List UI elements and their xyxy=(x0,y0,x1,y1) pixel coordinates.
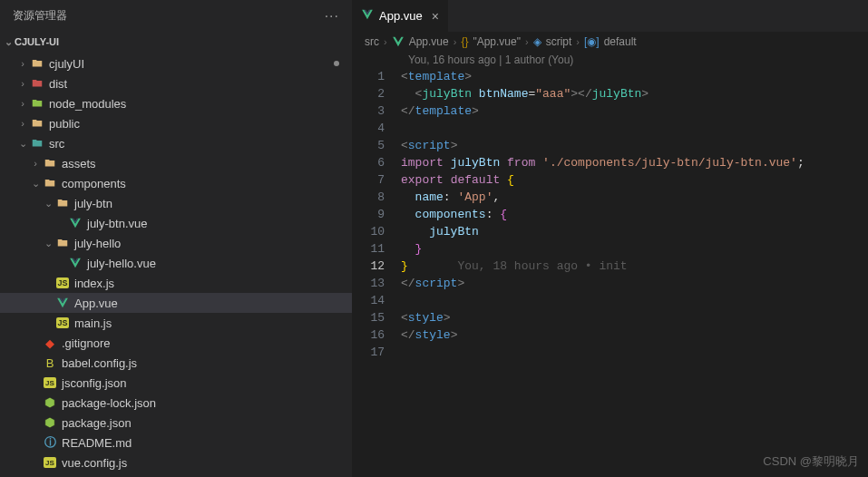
tree-item-label: babel.config.js xyxy=(62,356,137,370)
pkg-icon xyxy=(42,416,58,429)
tree-item-node_modules[interactable]: ›node_modules xyxy=(0,93,352,113)
json-icon: JS xyxy=(42,457,58,468)
json-icon: JS xyxy=(42,377,58,388)
folder-icon xyxy=(29,97,45,110)
tree-item-july-btn-vue[interactable]: july-btn.vue xyxy=(0,213,352,233)
tree-item-label: App.vue xyxy=(74,297,118,310)
file-explorer: 资源管理器 ··· ⌄ CJULY-UI ›cjulyUI›dist›node_… xyxy=(0,0,352,477)
chevron-icon: ⌄ xyxy=(16,138,29,150)
vue-icon xyxy=(361,8,374,24)
vue-icon xyxy=(67,217,83,229)
tree-item-cjulyUI[interactable]: ›cjulyUI xyxy=(0,54,352,73)
tree-item-july-btn[interactable]: ⌄july-btn xyxy=(0,193,352,213)
chevron-icon: › xyxy=(16,78,29,89)
tree-item-label: dist xyxy=(49,77,67,91)
bc-src[interactable]: src xyxy=(365,35,379,48)
cube-icon: ◈ xyxy=(533,35,541,48)
tree-item-label: node_modules xyxy=(49,97,126,111)
tree-item-dist[interactable]: ›dist xyxy=(0,73,352,93)
js-icon: JS xyxy=(54,317,71,328)
tree-item-label: .gitignore xyxy=(62,336,110,350)
project-name: CJULY-UI xyxy=(15,36,59,47)
tree-item-App-vue[interactable]: App.vue xyxy=(0,293,352,313)
tree-item-label: assets xyxy=(62,157,96,170)
js-icon: JS xyxy=(54,277,71,288)
tree-item-label: july-hello xyxy=(74,237,121,250)
chevron-right-icon: › xyxy=(454,36,457,47)
more-icon[interactable]: ··· xyxy=(325,8,339,24)
bc-script[interactable]: script xyxy=(546,35,572,48)
chevron-icon: ⌄ xyxy=(29,178,42,190)
tree-item-label: jsconfig.json xyxy=(62,376,127,390)
codelens-author[interactable]: You, 16 hours ago | 1 author (You) xyxy=(352,52,868,68)
chevron-icon: › xyxy=(16,118,29,129)
vue-icon xyxy=(54,297,71,309)
chevron-right-icon: › xyxy=(384,36,387,47)
tree-item-label: july-btn xyxy=(74,197,112,210)
bc-scope[interactable]: "App.vue" xyxy=(473,35,521,48)
tree-item-label: main.js xyxy=(74,316,112,330)
tree-item-july-hello[interactable]: ⌄july-hello xyxy=(0,233,352,253)
tree-item--gitignore[interactable]: ◆.gitignore xyxy=(0,333,352,353)
chevron-right-icon: › xyxy=(576,36,580,47)
chevron-icon: ⌄ xyxy=(42,198,54,209)
tree-item-label: cjulyUI xyxy=(49,57,84,71)
modified-dot-icon xyxy=(334,61,339,66)
tree-item-jsconfig-json[interactable]: JSjsconfig.json xyxy=(0,373,352,393)
editor-pane: App.vue × src › App.vue › {} "App.vue" ›… xyxy=(352,0,868,477)
babel-icon: B xyxy=(42,356,58,370)
folder-icon xyxy=(42,177,58,190)
tree-item-vue-config-js[interactable]: JSvue.config.js xyxy=(0,453,352,472)
tree-item-label: july-btn.vue xyxy=(87,217,147,230)
project-name-row[interactable]: ⌄ CJULY-UI xyxy=(0,32,352,52)
braces-icon: {} xyxy=(461,35,468,48)
tree-item-assets[interactable]: ›assets xyxy=(0,153,352,173)
chevron-down-icon: ⌄ xyxy=(2,36,15,48)
explorer-title: 资源管理器 xyxy=(13,8,67,24)
tree-item-label: package.json xyxy=(62,416,132,430)
tree-item-babel-config-js[interactable]: Bbabel.config.js xyxy=(0,353,352,373)
git-icon: ◆ xyxy=(42,336,58,350)
tree-item-label: src xyxy=(49,137,64,151)
tree-item-label: package-lock.json xyxy=(62,396,156,410)
chevron-icon: › xyxy=(16,58,29,69)
bc-file[interactable]: App.vue xyxy=(409,35,449,48)
tree-item-components[interactable]: ⌄components xyxy=(0,173,352,193)
folder-icon xyxy=(42,157,58,170)
folder-icon xyxy=(29,137,45,150)
tree-item-label: public xyxy=(49,117,80,131)
tree-item-label: components xyxy=(62,177,126,190)
folder-icon xyxy=(54,197,71,209)
tree-item-index-js[interactable]: JSindex.js xyxy=(0,273,352,293)
tree-item-label: index.js xyxy=(74,277,114,290)
bc-default[interactable]: default xyxy=(604,35,637,48)
tree-item-label: vue.config.js xyxy=(62,456,127,470)
chevron-right-icon: › xyxy=(525,36,529,47)
explorer-header: 资源管理器 ··· xyxy=(0,0,352,32)
chevron-icon: › xyxy=(16,98,29,109)
folder-icon xyxy=(29,117,45,130)
chevron-icon: › xyxy=(29,158,42,169)
vue-icon xyxy=(392,35,405,48)
tree-item-public[interactable]: ›public xyxy=(0,113,352,133)
tab-label: App.vue xyxy=(379,9,423,23)
tree-item-package-json[interactable]: package.json xyxy=(0,413,352,433)
info-icon: ⓘ xyxy=(42,434,58,451)
tree-item-package-lock-json[interactable]: package-lock.json xyxy=(0,393,352,413)
tree-item-main-js[interactable]: JSmain.js xyxy=(0,313,352,333)
pkg-icon xyxy=(42,396,58,409)
tree-item-july-hello-vue[interactable]: july-hello.vue xyxy=(0,253,352,273)
tree-item-src[interactable]: ⌄src xyxy=(0,133,352,153)
tree-item-label: README.md xyxy=(62,436,132,450)
folder-icon xyxy=(54,237,71,249)
tab-bar: App.vue × xyxy=(352,0,868,32)
code-editor[interactable]: 1<template> 2 <julyBtn btnName="aaa"></j… xyxy=(352,68,868,477)
tree-item-README-md[interactable]: ⓘREADME.md xyxy=(0,433,352,453)
folder-icon xyxy=(29,57,45,70)
symbol-icon: [◉] xyxy=(584,35,600,48)
tab-app-vue[interactable]: App.vue × xyxy=(352,0,448,32)
close-icon[interactable]: × xyxy=(432,9,439,24)
tree-item-label: july-hello.vue xyxy=(87,257,156,270)
folder-icon xyxy=(29,77,45,90)
breadcrumb[interactable]: src › App.vue › {} "App.vue" › ◈ script … xyxy=(352,32,868,52)
